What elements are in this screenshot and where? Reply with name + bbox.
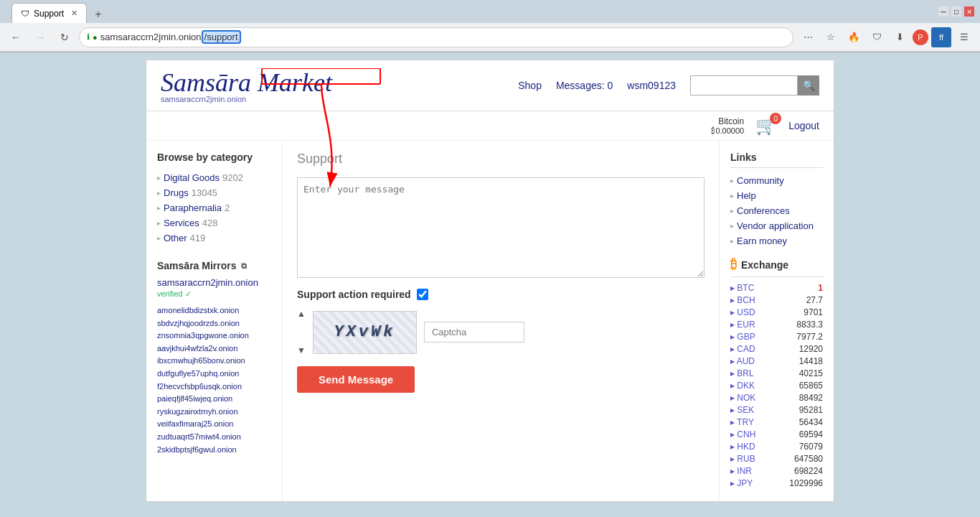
mirror-link[interactable]: ryskugzainxtrnyh.onion	[157, 406, 271, 419]
btc-symbol: ₿	[730, 257, 737, 272]
link-anchor[interactable]: Conferences	[737, 205, 790, 216]
verified-badge: verified ✓	[157, 289, 271, 299]
mirrors-title: Samsāra Mirrors ⧉	[157, 260, 271, 271]
page-wrapper: Samsāra Market samsaraccrn2jmin.onion Sh…	[0, 52, 980, 509]
logout-button[interactable]: Logout	[788, 120, 819, 131]
close-button[interactable]: ✕	[964, 6, 974, 17]
captcha-scroll-up[interactable]: ▲	[297, 309, 306, 319]
support-action-row: Support action required	[297, 289, 705, 300]
search-input[interactable]	[690, 75, 798, 96]
exchange-value: 698224	[794, 466, 823, 476]
shield-button[interactable]: 🛡	[867, 27, 887, 47]
cart-button[interactable]: 🛒 0	[755, 116, 777, 136]
browse-title: Browse by category	[157, 152, 271, 163]
main-mirror-link[interactable]: samsaraccrn2jmin.onion	[157, 277, 271, 288]
forward-button[interactable]: →	[30, 27, 50, 47]
captcha-text: YXvWk	[334, 323, 395, 341]
messages-link[interactable]: Messages: 0	[556, 80, 613, 91]
mirror-link[interactable]: paieqfjlf45iwjeq.onion	[157, 393, 271, 406]
exchange-currency: ▸ EUR	[730, 320, 755, 330]
exchange-row: ▸ BTC1	[730, 283, 823, 293]
shop-link[interactable]: Shop	[518, 80, 542, 91]
exchange-value: 40215	[799, 368, 823, 378]
back-button[interactable]: ←	[6, 27, 26, 47]
exchange-currency: ▸ HKD	[730, 442, 755, 452]
links-title: Links	[730, 152, 823, 168]
exchange-value: 14418	[799, 356, 823, 366]
action-label: Support action required	[297, 289, 411, 300]
mirror-link[interactable]: znsomnia3qpgwone.onion	[157, 330, 271, 343]
link-anchor[interactable]: Earn money	[737, 236, 787, 246]
list-item: Paraphernalia 2	[157, 200, 271, 215]
bookmark-button[interactable]: ☆	[821, 27, 841, 47]
verified-label: verified ✓	[157, 289, 192, 299]
bitcoin-amount: ₿0.00000	[711, 126, 744, 135]
mirror-link[interactable]: amonelidbdizstxk.onion	[157, 304, 271, 317]
category-link-paraphernalia[interactable]: Paraphernalia	[164, 202, 222, 213]
firefox-icon[interactable]: 🔥	[844, 27, 864, 47]
mirror-link[interactable]: aavjkhui4wfzla2v.onion	[157, 343, 271, 355]
category-link-drugs[interactable]: Drugs	[164, 187, 189, 198]
exchange-row: ▸ SEK95281	[730, 405, 823, 415]
category-link-services[interactable]: Services	[164, 218, 199, 228]
link-anchor[interactable]: Vendor application	[737, 220, 814, 231]
list-item: Services 428	[157, 215, 271, 230]
cart-badge: 0	[770, 113, 781, 124]
tab-close-button[interactable]: ✕	[71, 9, 77, 18]
link-item: Vendor application	[730, 220, 823, 231]
address-url-text: samsaraccrn2jmin.onion/support	[100, 32, 786, 42]
private-icon[interactable]: P	[913, 29, 928, 45]
main-mirror-anchor[interactable]: samsaraccrn2jmin.onion	[157, 277, 258, 288]
category-count: 9202	[222, 172, 243, 183]
captcha-scroll-down[interactable]: ▼	[297, 345, 306, 355]
exchange-currency: ▸ BRL	[730, 368, 754, 378]
category-link-other[interactable]: Other	[164, 233, 187, 243]
mirror-list: amonelidbdizstxk.onionsbdvzjhqjoodrzds.o…	[157, 304, 271, 456]
mirror-link[interactable]: zudtuaqrt57miwt4.onion	[157, 431, 271, 444]
mirror-link[interactable]: veiifaxfimaraj25.onion	[157, 418, 271, 431]
action-checkbox[interactable]	[417, 289, 428, 300]
maximize-button[interactable]: □	[951, 6, 961, 17]
exchange-currency: ▸ CNH	[730, 429, 755, 439]
user-link[interactable]: wsm09123	[627, 80, 676, 91]
address-bar[interactable]: ℹ ● samsaraccrn2jmin.onion/support	[79, 27, 793, 47]
link-item: Community	[730, 175, 823, 186]
mirror-link[interactable]: ibxcmwhujh65bonv.onion	[157, 355, 271, 368]
refresh-button[interactable]: ↻	[55, 27, 75, 47]
title-bar: 🛡 Support ✕ + ─ □ ✕	[0, 0, 980, 23]
mirror-link[interactable]: 2skidbptsjf6gwul.onion	[157, 444, 271, 457]
link-anchor[interactable]: Help	[737, 190, 756, 201]
search-button[interactable]: 🔍	[798, 75, 819, 96]
exchange-currency: ▸ GBP	[730, 332, 755, 342]
mirror-link[interactable]: dutfguflye57uphq.onion	[157, 368, 271, 381]
send-message-button[interactable]: Send Message	[297, 366, 415, 393]
menu-button[interactable]: ☰	[954, 27, 974, 47]
exchange-row: ▸ CAD12920	[730, 344, 823, 354]
exchange-label: Exchange	[741, 259, 788, 271]
mirror-link[interactable]: sbdvzjhqjoodrzds.onion	[157, 317, 271, 330]
exchange-value: 69594	[799, 429, 823, 439]
mirror-link[interactable]: f2hecvcfsbp6usqk.onion	[157, 381, 271, 393]
addon-button[interactable]: ⬇	[890, 27, 910, 47]
exchange-row: ▸ BCH27.7	[730, 295, 823, 305]
minimize-button[interactable]: ─	[938, 6, 948, 17]
exchange-row: ▸ DKK65865	[730, 381, 823, 391]
exchange-currency: ▸ INR	[730, 466, 752, 476]
extensions-button[interactable]: ⋯	[798, 27, 818, 47]
exchange-row: ▸ HKD76079	[730, 442, 823, 452]
nav-bar: ← → ↻ ℹ ● samsaraccrn2jmin.onion/support…	[0, 23, 980, 52]
captcha-input[interactable]	[424, 322, 524, 343]
message-textarea[interactable]	[297, 177, 705, 278]
link-anchor[interactable]: Community	[737, 175, 784, 186]
category-link-digital[interactable]: Digital Goods	[164, 172, 220, 183]
list-item: Drugs 13045	[157, 185, 271, 200]
sync-button[interactable]: ff	[931, 27, 951, 47]
exchange-section: ₿ Exchange ▸ BTC1▸ BCH27.7▸ USD9701▸ EUR…	[730, 257, 823, 488]
new-tab-button[interactable]: +	[90, 6, 107, 23]
main-layout: Browse by category Digital Goods 9202 Dr…	[146, 141, 834, 501]
exchange-row: ▸ EUR8833.3	[730, 320, 823, 330]
exchange-row: ▸ TRY56434	[730, 417, 823, 427]
exchange-value: 647580	[794, 454, 823, 464]
active-tab[interactable]: 🛡 Support ✕	[11, 3, 87, 23]
exchange-value: 76079	[799, 442, 823, 452]
